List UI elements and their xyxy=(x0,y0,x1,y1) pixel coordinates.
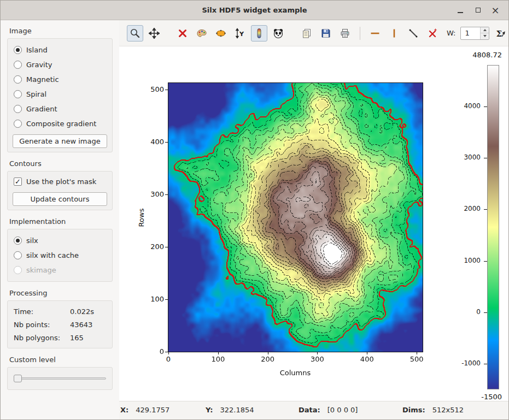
mask-tools-button[interactable] xyxy=(270,25,286,42)
radio-image-island[interactable]: Island xyxy=(13,43,107,57)
y-axis-label: Rows xyxy=(137,207,145,229)
x-tick-mark xyxy=(268,352,268,354)
close-button[interactable]: × xyxy=(489,4,502,17)
maximize-button[interactable] xyxy=(471,4,484,17)
spin-up-button[interactable] xyxy=(481,27,489,34)
processing-group: Time:0.022sNb points:43643Nb polygons:16… xyxy=(7,300,113,348)
y-tick-label: 200 xyxy=(145,242,164,251)
vertical-line-icon xyxy=(389,28,400,39)
minimize-icon xyxy=(458,12,463,13)
radio-image-magnetic[interactable]: Magnetic xyxy=(13,72,107,87)
radio-icon xyxy=(14,90,22,98)
image-group-title: Image xyxy=(9,27,110,35)
radio-icon xyxy=(14,236,22,245)
spin-down-button[interactable] xyxy=(481,33,489,39)
radio-impl-silx[interactable]: silx xyxy=(13,233,107,248)
maximize-icon xyxy=(476,8,481,13)
profile-stats-button[interactable]: Σ xyxy=(492,25,508,42)
colorbar-tick-label: 1000 xyxy=(450,257,481,264)
print-button[interactable] xyxy=(337,25,353,42)
app-window: Silx HDF5 widget example × Image IslandG… xyxy=(0,0,509,420)
update-contours-button[interactable]: Update contours xyxy=(13,192,107,206)
status-value: 322.1854 xyxy=(220,406,254,414)
processing-rows: Time:0.022sNb points:43643Nb polygons:16… xyxy=(13,305,107,344)
x-tick-mark xyxy=(218,352,219,354)
colorbar-tick-mark xyxy=(484,107,487,107)
status-label: X: xyxy=(120,406,128,414)
panda-mask-icon xyxy=(273,28,284,39)
contours-group-title: Contours xyxy=(9,159,110,168)
radio-impl-skimage[interactable]: skimage xyxy=(13,263,107,277)
x-tick-mark xyxy=(168,352,169,354)
status-label: Dims: xyxy=(402,406,425,414)
implementation-group: silxsilx with cacheskimage xyxy=(7,229,113,282)
orange-ellipse-icon xyxy=(215,28,226,39)
checkbox-icon: ✓ xyxy=(14,178,22,186)
implementation-group-title: Implementation xyxy=(9,217,110,226)
colorbar[interactable] xyxy=(487,65,499,389)
y-tick-mark xyxy=(165,352,168,352)
invert-y-axis-button[interactable]: Y xyxy=(232,25,248,42)
status-value: [0 0 0 0] xyxy=(327,406,358,414)
minimize-button[interactable] xyxy=(454,4,467,17)
y-tick-label: 0 xyxy=(145,347,164,356)
plot-frame xyxy=(168,82,423,352)
radio-label: skimage xyxy=(26,266,56,274)
radio-image-spiral[interactable]: Spiral xyxy=(13,87,107,102)
pan-button[interactable] xyxy=(146,25,162,42)
processing-row-nb-points: Nb points:43643 xyxy=(13,318,107,331)
profile-width-spinbox[interactable]: 1 xyxy=(460,27,489,40)
colorbar-toggle-button[interactable] xyxy=(251,25,267,42)
colorbar-max-label: 4808.72 xyxy=(447,51,502,59)
diagonal-line-icon xyxy=(408,28,419,39)
processing-value: 165 xyxy=(70,334,84,342)
y-tick-mark xyxy=(165,247,168,247)
x-tick-label: 400 xyxy=(355,355,379,363)
profile-width-label: W: xyxy=(447,29,455,37)
x-tick-label: 0 xyxy=(156,355,180,363)
radio-label: Composite gradient xyxy=(26,120,96,128)
x-tick-mark xyxy=(317,352,318,354)
window-controls: × xyxy=(454,4,508,17)
radio-label: Island xyxy=(26,46,48,54)
main-panel: YW:1Σ Rows 0100200300400500 010020030040… xyxy=(119,20,508,419)
sigma-icon: Σ xyxy=(495,28,506,39)
custom-level-slider[interactable] xyxy=(14,374,106,383)
y-tick-label: 400 xyxy=(145,138,164,146)
horizontal-line-icon xyxy=(370,28,381,39)
y-tick-label: 300 xyxy=(145,190,164,198)
colormap-button[interactable] xyxy=(194,25,210,42)
slider-groove xyxy=(14,377,106,380)
processing-row-nb-polygons: Nb polygons:165 xyxy=(13,331,107,344)
titlebar[interactable]: Silx HDF5 widget example × xyxy=(1,1,508,20)
status-y: Y:322.1854 xyxy=(206,406,254,414)
toolbar-separator xyxy=(360,27,360,40)
save-button[interactable] xyxy=(318,25,334,42)
generate-image-button[interactable]: Generate a new image xyxy=(13,134,107,148)
y-tick-mark xyxy=(165,194,168,195)
use-plot-mask-checkbox[interactable]: ✓ Use the plot's mask xyxy=(13,175,107,189)
image-options: IslandGravityMagneticSpiralGradientCompo… xyxy=(13,43,107,131)
slider-handle[interactable] xyxy=(14,375,22,382)
status-dims: Dims:512x512 xyxy=(402,406,464,414)
radio-image-gravity[interactable]: Gravity xyxy=(13,57,107,72)
spin-buttons xyxy=(480,27,489,39)
x-tick-label: 300 xyxy=(305,355,329,363)
y-axis-direction-icon: Y xyxy=(235,28,245,39)
copy-button[interactable] xyxy=(299,25,315,42)
zoom-mode-button[interactable] xyxy=(127,25,143,42)
profile-width-value[interactable]: 1 xyxy=(461,27,480,39)
clear-button[interactable] xyxy=(174,25,191,42)
clear-profile-button[interactable] xyxy=(424,25,441,42)
radio-image-composite-gradient[interactable]: Composite gradient xyxy=(13,116,107,131)
radio-label: Magnetic xyxy=(26,75,59,84)
free-line-profile-button[interactable] xyxy=(405,25,422,42)
horizontal-profile-button[interactable] xyxy=(367,25,383,42)
contour-canvas[interactable] xyxy=(168,83,423,352)
radio-label: Gradient xyxy=(26,105,57,113)
ellipse-roi-button[interactable] xyxy=(213,25,229,42)
radio-image-gradient[interactable]: Gradient xyxy=(13,102,107,116)
radio-impl-silx-with-cache[interactable]: silx with cache xyxy=(13,248,107,263)
vertical-profile-button[interactable] xyxy=(386,25,402,42)
colorbar-tick-label: 4000 xyxy=(450,102,481,110)
